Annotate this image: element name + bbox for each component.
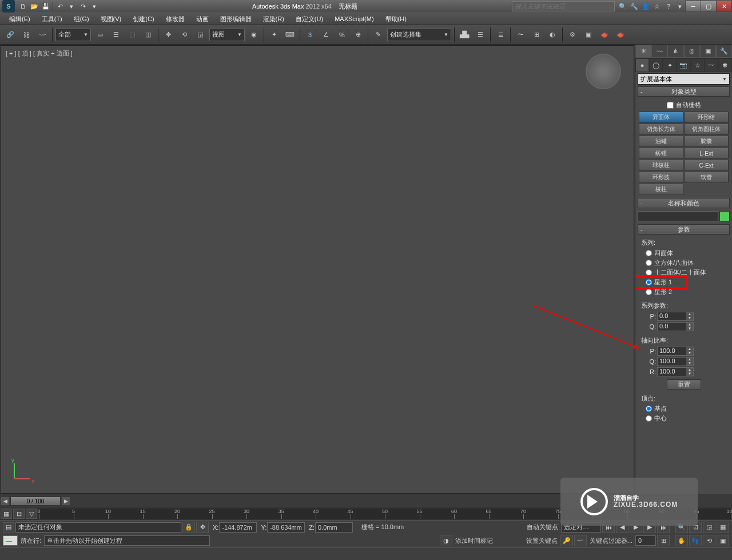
type-lext[interactable]: L-Ext (684, 148, 729, 159)
keyboard-shortcut-icon[interactable]: ⌨ (283, 27, 297, 42)
qa-undo-icon[interactable]: ↶ (55, 1, 65, 11)
type-gengon[interactable]: 球棱柱 (639, 160, 683, 171)
menu-edit[interactable]: 编辑(E) (3, 13, 36, 25)
time-handle[interactable]: 0 / 100 (10, 497, 61, 506)
unlink-icon[interactable]: ⛓ (19, 27, 34, 42)
link-icon[interactable]: 🔗 (3, 27, 18, 42)
time-config-icon[interactable]: ⊞ (657, 535, 670, 546)
subtab-helpers-icon[interactable]: ☆ (691, 58, 705, 72)
viewport-top[interactable]: [ + ] [ 顶 ] [ 真实 + 边面 ] 上 yx (1, 45, 634, 494)
type-cext[interactable]: C-Ext (684, 160, 729, 171)
type-spindle[interactable]: 纺锤 (639, 148, 683, 159)
axis-r-spinner[interactable]: 100.0▲▼ (657, 367, 694, 376)
auto-key-button[interactable]: 自动关键点 (527, 523, 558, 531)
minimize-button[interactable]: ─ (685, 1, 701, 12)
curve-editor-icon[interactable]: 〜 (513, 27, 528, 42)
family-star1-radio[interactable] (646, 279, 652, 285)
menu-grapheditors[interactable]: 图形编辑器 (214, 13, 257, 25)
param-q-spinner[interactable]: 0.0▲▼ (657, 322, 694, 331)
maximize-button[interactable]: ▢ (701, 1, 717, 12)
rollout-parameters[interactable]: -参数 (638, 224, 730, 235)
add-time-tag[interactable]: 添加时间标记 (455, 537, 493, 545)
subtab-geometry-icon[interactable]: ● (635, 58, 649, 72)
coord-y[interactable]: -88.634mm (267, 522, 305, 533)
nav-walk-icon[interactable]: 👣 (689, 535, 702, 546)
nav-zoomall-icon[interactable]: ⊡ (689, 522, 702, 533)
qa-drop-icon[interactable]: ▾ (66, 1, 77, 11)
time-ruler[interactable]: 0510152025303540455055606570758085909510… (39, 509, 731, 519)
coord-x[interactable]: -144.872m (219, 522, 257, 533)
type-torus-knot[interactable]: 环形结 (684, 112, 729, 123)
listener-input[interactable]: — (3, 535, 18, 546)
auto-grid-checkbox[interactable] (667, 102, 674, 109)
axis-p-spinner[interactable]: 100.0▲▼ (657, 347, 694, 356)
named-selection-combo[interactable]: 创建选择集▼ (387, 29, 451, 41)
tab-motion-icon[interactable]: ◎ (684, 45, 700, 58)
object-name-input[interactable] (638, 211, 718, 221)
create-category-combo[interactable]: 扩展基本体▼ (638, 73, 730, 85)
time-input[interactable]: 0 (635, 535, 656, 546)
nav-zoomext-icon[interactable]: ◲ (703, 522, 715, 533)
tab-display-icon[interactable]: ▣ (700, 45, 716, 58)
move-icon[interactable]: ✥ (161, 27, 176, 42)
infocenter-drop-icon[interactable]: ▾ (675, 1, 685, 11)
material-editor-icon[interactable]: ◐ (545, 27, 560, 42)
nav-pan-icon[interactable]: ✋ (675, 535, 688, 546)
trackbar-key-icon[interactable]: ⊟ (13, 509, 25, 519)
type-hose[interactable]: 软管 (684, 172, 729, 183)
menu-maxscript[interactable]: MAXScript(M) (329, 13, 379, 25)
key-mode-icon[interactable]: 〰 (574, 535, 587, 546)
family-tetra-radio[interactable] (646, 250, 652, 256)
play-next-icon[interactable]: ▶ (643, 522, 656, 533)
selection-filter-combo[interactable]: 全部▼ (55, 29, 91, 41)
app-menu-button[interactable]: S (2, 0, 15, 13)
isolate-icon[interactable]: ◑ (440, 535, 452, 546)
play-start-icon[interactable]: ⏮ (602, 522, 615, 533)
spinner-snap-icon[interactable]: ⊕ (351, 27, 365, 42)
trackbar-mini-icon[interactable]: ▦ (1, 509, 12, 519)
type-prism[interactable]: 棱柱 (639, 184, 683, 195)
tab-create-icon[interactable]: ✳ (635, 45, 651, 58)
type-chamferbox[interactable]: 切角长方体 (639, 124, 683, 135)
coord-z[interactable]: 0.0mm (315, 522, 353, 533)
edit-named-sel-icon[interactable]: ✎ (371, 27, 385, 42)
render-setup-icon[interactable]: ⚙ (565, 27, 580, 42)
menu-create[interactable]: 创建(C) (127, 13, 160, 25)
viewport-label[interactable]: [ + ] [ 顶 ] [ 真实 + 边面 ] (6, 49, 73, 58)
vertex-center-radio[interactable] (646, 415, 652, 422)
family-star2-radio[interactable] (646, 289, 652, 295)
subtab-shapes-icon[interactable]: ◯ (649, 58, 663, 72)
qa-redo-icon[interactable]: ↷ (78, 1, 88, 11)
time-prev-icon[interactable]: ◀ (1, 497, 9, 505)
rendered-frame-icon[interactable]: ▣ (581, 27, 596, 42)
family-dodec-radio[interactable] (646, 269, 652, 276)
key-filters-link[interactable]: 关键点过滤器... (590, 537, 632, 545)
subtab-lights-icon[interactable]: ✦ (663, 58, 677, 72)
viewcube[interactable]: 上 (586, 54, 621, 89)
type-hedra[interactable]: 异面体 (639, 112, 683, 123)
infocenter-help-icon[interactable]: ? (663, 1, 674, 11)
snap-3d-icon[interactable]: 3 (303, 27, 317, 42)
select-region-icon[interactable]: ⬚ (125, 27, 140, 42)
time-next-icon[interactable]: ▶ (62, 497, 70, 505)
render-production-icon[interactable]: 🫖 (597, 27, 612, 42)
axis-q-spinner[interactable]: 100.0▲▼ (657, 357, 694, 366)
menu-customize[interactable]: 自定义(U) (290, 13, 329, 25)
pivot-center-icon[interactable]: ◉ (246, 27, 261, 42)
select-object-icon[interactable]: ▭ (93, 27, 108, 42)
subtab-cameras-icon[interactable]: 📷 (677, 58, 690, 72)
time-slider[interactable]: ◀ 0 / 100 ▶ (0, 495, 732, 507)
type-ringwave[interactable]: 环形波 (639, 172, 683, 183)
layers-icon[interactable]: ≣ (493, 27, 508, 42)
menu-tools[interactable]: 工具(T) (36, 13, 68, 25)
menu-help[interactable]: 帮助(H) (380, 13, 412, 25)
infocenter-key-icon[interactable]: 🔧 (629, 1, 639, 11)
percent-snap-icon[interactable]: % (335, 27, 349, 42)
trackbar-filter-icon[interactable]: ▽ (26, 509, 37, 519)
type-oiltank[interactable]: 油罐 (639, 136, 683, 147)
nav-fov-icon[interactable]: ▦ (717, 522, 729, 533)
mirror-icon[interactable]: ▟▙ (457, 27, 472, 42)
infocenter-fav-icon[interactable]: ☆ (652, 1, 662, 11)
tab-modify-icon[interactable]: 〰 (651, 45, 667, 58)
set-key-icon[interactable]: 🔑 (560, 535, 573, 546)
